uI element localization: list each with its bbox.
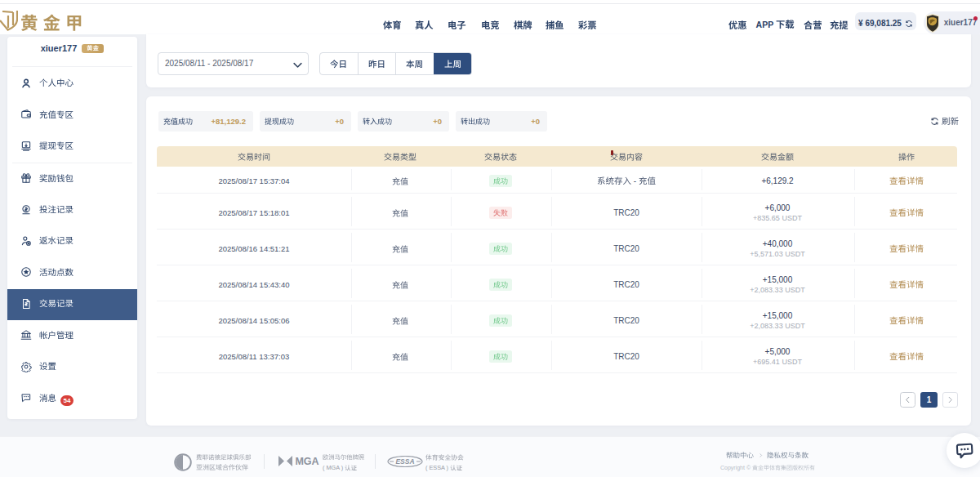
svg-text:ESSA: ESSA <box>395 457 414 466</box>
